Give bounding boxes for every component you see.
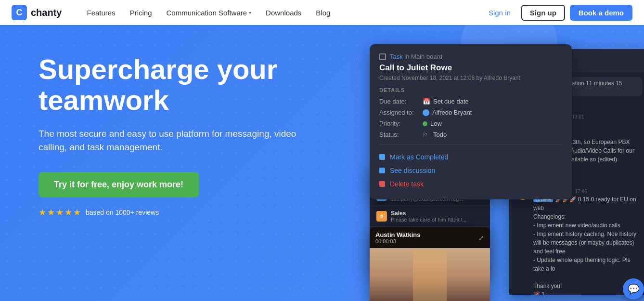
chat-message-claude: Claude Butler 17:46 @here 🚀🚀🚀 0.15.0 rea…: [516, 186, 642, 295]
book-demo-button[interactable]: Book a demo: [570, 5, 632, 21]
hero-section: Supercharge your teamwork The most secur…: [0, 25, 644, 301]
hero-title: Supercharge your teamwork: [39, 54, 347, 116]
chat-widget-bubble[interactable]: 💬: [623, 278, 644, 300]
star-icons: ★★★★★: [39, 207, 82, 218]
task-title: Call to Juliet Rowe: [379, 63, 562, 73]
due-date-value: 📅 Set due date: [423, 98, 469, 105]
task-action-delete[interactable]: Delete task: [379, 177, 562, 191]
expand-icon[interactable]: ⤢: [478, 234, 484, 242]
task-assigned: Assigned to: Alfredo Bryant: [379, 109, 562, 116]
navbar: C chanty Features Pricing Communication …: [0, 0, 644, 25]
channel-hash-sales: #: [376, 211, 387, 222]
delete-task-icon: [379, 181, 385, 187]
ui-screenshots: Task in Main board Call to Juliet Rowe C…: [360, 35, 644, 301]
msg-content-claude: Claude Butler 17:46 @here 🚀🚀🚀 0.15.0 rea…: [533, 186, 642, 295]
msg-time-claude: 17:46: [575, 189, 587, 194]
video-timer: 00:00:03: [375, 238, 420, 244]
see-discussion-icon: [379, 168, 385, 173]
priority-label: Priority:: [379, 120, 423, 127]
video-call-panel: Austin Watkins 00:00:03 ⤢: [370, 227, 490, 301]
priority-value: Low: [423, 120, 442, 127]
channel-preview-sales: Please take care of him https:/...: [391, 217, 468, 222]
task-status: Status: 🏳 Todo: [379, 131, 562, 138]
channel-name-sales: Sales: [391, 210, 483, 217]
nav-links: Features Pricing Communication Software …: [81, 6, 482, 20]
nav-pricing[interactable]: Pricing: [124, 6, 158, 20]
nav-downloads[interactable]: Downloads: [260, 6, 307, 20]
msg-text-claude: @here 🚀🚀🚀 0.15.0 ready for EU on webChan…: [533, 195, 642, 290]
video-face: [370, 248, 490, 301]
chat-bubble-icon: 💬: [628, 283, 640, 295]
task-card-header: Task in Main board: [379, 53, 562, 60]
video-face-image: [413, 250, 447, 301]
logo[interactable]: C chanty: [12, 5, 62, 20]
assigned-label: Assigned to:: [379, 109, 423, 116]
due-date-label: Due date:: [379, 98, 423, 105]
video-call-header: Austin Watkins 00:00:03 ⤢: [370, 227, 490, 248]
reviews-text: based on 1000+ reviews: [86, 209, 159, 216]
reviews-row: ★★★★★ based on 1000+ reviews: [39, 207, 347, 218]
hero-subtitle: The most secure and easy to use platform…: [39, 127, 308, 155]
nav-blog[interactable]: Blog: [310, 6, 336, 20]
video-caller-name: Austin Watkins: [375, 231, 420, 238]
task-location: Task in Main board: [390, 53, 442, 60]
status-value: 🏳 Todo: [423, 131, 447, 138]
brand-name: chanty: [31, 7, 62, 18]
task-priority: Priority: Low: [379, 120, 562, 127]
hero-content: Supercharge your teamwork The most secur…: [39, 54, 347, 218]
see-discussion-label: See discussion: [390, 167, 435, 174]
nav-comm-software[interactable]: Communication Software ▾: [161, 6, 258, 20]
channel-info-sales: Sales Please take care of him https:/...: [391, 210, 483, 222]
assigned-value: Alfredo Bryant: [423, 109, 472, 116]
mark-complete-label: Mark as Completed: [390, 153, 448, 161]
nav-actions: Sign in Sign up Book a demo: [483, 5, 632, 21]
task-location-highlight: Task: [390, 53, 403, 60]
task-action-mark[interactable]: Mark as Completed: [379, 150, 562, 164]
delete-task-label: Delete task: [390, 180, 424, 188]
msg-time-harry: 13:01: [572, 114, 584, 119]
chevron-down-icon: ▾: [249, 10, 251, 15]
task-due-date: Due date: 📅 Set due date: [379, 98, 562, 105]
mark-complete-icon: [379, 154, 385, 160]
cta-button[interactable]: Try it for free, enjoy work more!: [39, 172, 199, 197]
task-divider: [379, 144, 562, 144]
task-details-label: DETAILS: [379, 87, 562, 93]
task-action-discuss[interactable]: See discussion: [379, 164, 562, 177]
task-icon: [379, 53, 386, 60]
channel-item-sales[interactable]: # Sales Please take care of him https:/.…: [370, 206, 490, 227]
task-created: Created November 18, 2021 at 12:06 by Al…: [379, 75, 562, 81]
nav-features[interactable]: Features: [81, 6, 121, 20]
status-flag-icon: 🏳: [423, 131, 428, 138]
logo-icon: C: [12, 5, 27, 20]
status-label: Status:: [379, 131, 423, 138]
signin-button[interactable]: Sign in: [483, 6, 516, 20]
task-card: Task in Main board Call to Juliet Rowe C…: [370, 44, 572, 199]
priority-dot: [423, 121, 427, 126]
signup-button[interactable]: Sign up: [521, 5, 565, 21]
